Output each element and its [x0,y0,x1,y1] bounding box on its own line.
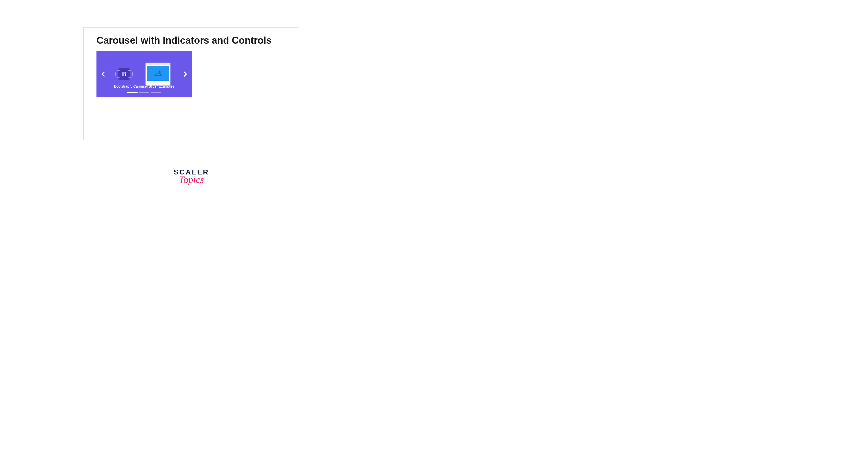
bootstrap-letter: B [122,70,126,78]
carousel-next-button[interactable] [182,71,188,77]
carousel-prev-button[interactable] [100,71,106,77]
carousel-slide: B ‹ › [96,51,192,97]
content-card: Carousel with Indicators and Controls B … [83,27,299,140]
mini-chevron-right-icon: › [167,72,168,74]
carousel-indicator-3[interactable] [151,92,161,93]
browser-mockup-icon: ‹ › [146,63,170,86]
svg-point-0 [159,71,160,72]
brand-name-bottom: Topics [174,175,209,184]
carousel-indicator-2[interactable] [139,92,149,93]
image-placeholder-icon: ‹ › [147,66,169,81]
chevron-left-icon [101,71,105,77]
carousel-indicator-1[interactable] [127,92,137,93]
brand-logo: SCALER Topics [174,169,209,184]
carousel-caption: Bootstrap 5 Carousel Slider Examples [114,84,175,88]
page-heading: Carousel with Indicators and Controls [96,34,286,47]
browser-topbar [146,63,170,65]
bootstrap-logo-icon: B [118,68,130,80]
chevron-right-icon [183,71,188,77]
carousel-indicators [127,92,161,93]
carousel: B ‹ › [96,51,192,97]
mini-chevron-left-icon: ‹ [148,72,149,74]
